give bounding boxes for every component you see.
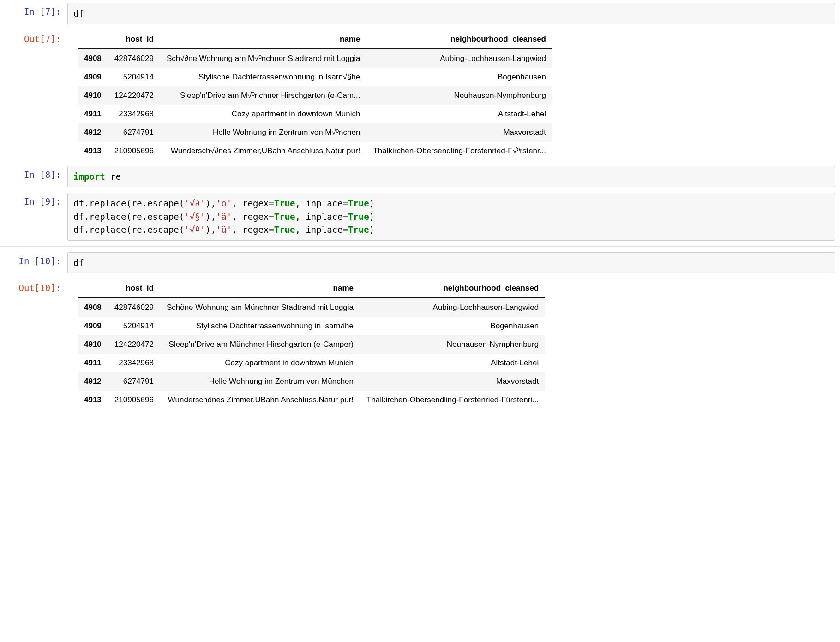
table-cell: Maxvorstadt (366, 123, 552, 142)
dataframe-table: host_id name neighbourhood_cleansed 4908… (78, 279, 545, 409)
code-cell: In [9]: df.replace(re.escape('√∂'),'ö', … (0, 190, 840, 243)
code-token: ) (369, 224, 374, 235)
code-token: , regex (232, 212, 269, 222)
code-token: 'ü' (216, 224, 232, 235)
output-area: host_id name neighbourhood_cleansed 4908… (67, 30, 835, 160)
code-token: = (269, 212, 274, 222)
code-input[interactable]: df.replace(re.escape('√∂'),'ö', regex=Tr… (67, 193, 835, 241)
table-row: 4913210905696Wunderschönes Zimmer,UBahn … (78, 391, 545, 409)
table-cell: Thalkirchen-Obersendling-Forstenried-F√º… (366, 142, 552, 160)
row-index: 4909 (78, 68, 108, 86)
table-row: 49126274791Helle Wohnung im Zentrum von … (78, 123, 552, 142)
table-cell: Wunderschönes Zimmer,UBahn Anschluss,Nat… (160, 391, 360, 409)
row-index: 4912 (78, 372, 108, 391)
table-cell: Maxvorstadt (360, 372, 545, 391)
table-cell: Altstadt-Lehel (366, 105, 552, 123)
output-prompt: Out[10]: (5, 279, 67, 297)
code-token: = (342, 198, 348, 208)
code-token: 'ö' (216, 198, 232, 208)
table-row: 4913210905696Wundersch√∂nes Zimmer,UBahn… (78, 142, 552, 160)
code-token: = (342, 212, 348, 222)
code-input[interactable]: df (67, 252, 835, 274)
row-index: 4908 (78, 49, 108, 68)
code-token: '√§' (184, 212, 205, 222)
dataframe-table: host_id name neighbourhood_cleansed 4908… (78, 30, 552, 160)
table-cell: 5204914 (108, 317, 160, 335)
table-header-cell: neighbourhood_cleansed (366, 30, 552, 49)
table-cell: Stylische Dachterrassenwohnung in Isarn√… (160, 68, 366, 86)
table-row: 491123342968Cozy apartment in downtown M… (78, 105, 552, 123)
code-token: '√º' (184, 224, 205, 235)
code-token: import (73, 171, 110, 182)
code-token: True (348, 212, 369, 222)
table-cell: 6274791 (108, 123, 160, 142)
table-cell: 5204914 (108, 68, 160, 86)
table-cell: Sleep'n'Drive am Münchner Hirschgarten (… (160, 335, 360, 354)
table-cell: 210905696 (108, 391, 160, 409)
code-token: True (274, 212, 295, 222)
code-token: ) (369, 212, 374, 222)
code-token: True (274, 198, 295, 208)
table-cell: Stylische Dachterrassenwohnung in Isarnä… (160, 317, 360, 335)
table-cell: Wundersch√∂nes Zimmer,UBahn Anschluss,Na… (160, 142, 366, 160)
code-token: = (269, 198, 274, 208)
cell-divider (0, 246, 840, 247)
table-cell: 23342968 (108, 105, 160, 123)
table-cell: 124220472 (108, 335, 160, 354)
row-index: 4909 (78, 317, 108, 335)
code-input[interactable]: import re (67, 166, 835, 188)
table-row: 4910124220472Sleep'n'Drive am M√ºnchner … (78, 86, 552, 105)
table-header-cell: host_id (108, 279, 160, 298)
code-token: df.replace(re.escape( (73, 224, 184, 235)
table-cell: 428746029 (108, 298, 160, 317)
table-row: 49095204914Stylische Dachterrassenwohnun… (78, 68, 552, 86)
code-input[interactable]: df (67, 3, 835, 24)
table-cell: Helle Wohnung im Zentrum von München (160, 372, 360, 391)
code-token: , inplace (295, 198, 343, 208)
code-token: , inplace (295, 212, 343, 222)
table-row: 4908428746029Schöne Wohnung am Münchner … (78, 298, 545, 317)
code-token: re (110, 171, 121, 182)
code-token: True (348, 224, 369, 235)
table-row: 49095204914Stylische Dachterrassenwohnun… (78, 317, 545, 335)
code-token: = (269, 224, 274, 235)
table-cell: 124220472 (108, 86, 160, 105)
table-row: 49126274791Helle Wohnung im Zentrum von … (78, 372, 545, 391)
table-header-cell: host_id (108, 30, 160, 49)
row-index: 4912 (78, 123, 108, 142)
table-cell: 6274791 (108, 372, 160, 391)
table-header-cell (78, 30, 108, 49)
code-token: , regex (232, 224, 269, 235)
code-token: ), (205, 224, 216, 235)
table-cell: Bogenhausen (366, 68, 552, 86)
input-prompt: In [9]: (5, 193, 67, 210)
table-header-cell: name (160, 30, 366, 49)
table-cell: 428746029 (108, 49, 160, 68)
code-token: ), (205, 212, 216, 222)
table-cell: Aubing-Lochhausen-Langwied (366, 49, 552, 68)
table-cell: 210905696 (108, 142, 160, 160)
table-cell: Cozy apartment in downtown Munich (160, 105, 366, 123)
table-header-cell: neighbourhood_cleansed (360, 279, 545, 298)
row-index: 4908 (78, 298, 108, 317)
code-token: df.replace(re.escape( (73, 212, 184, 222)
table-cell: 23342968 (108, 354, 160, 372)
input-prompt: In [8]: (5, 166, 67, 183)
code-token: ), (205, 198, 216, 208)
table-cell: Thalkirchen-Obersendling-Forstenried-Für… (360, 391, 545, 409)
table-cell: Neuhausen-Nymphenburg (360, 335, 545, 354)
table-cell: Sch√∂ne Wohnung am M√ºnchner Stadtrand m… (160, 49, 366, 68)
table-cell: Aubing-Lochhausen-Langwied (360, 298, 545, 317)
output-area: host_id name neighbourhood_cleansed 4908… (67, 279, 835, 409)
table-header-row: host_id name neighbourhood_cleansed (78, 30, 552, 49)
row-index: 4913 (78, 142, 108, 160)
code-token: = (342, 224, 348, 235)
row-index: 4910 (78, 335, 108, 354)
code-cell: In [8]: import re (0, 163, 840, 190)
code-token: , inplace (295, 224, 343, 235)
input-prompt: In [10]: (5, 252, 67, 270)
table-header-row: host_id name neighbourhood_cleansed (78, 279, 545, 298)
code-token: ) (369, 198, 374, 208)
output-cell: Out[10]: host_id name neighbourhood_clea… (0, 276, 840, 412)
code-cell: In [7]: df (0, 0, 840, 27)
